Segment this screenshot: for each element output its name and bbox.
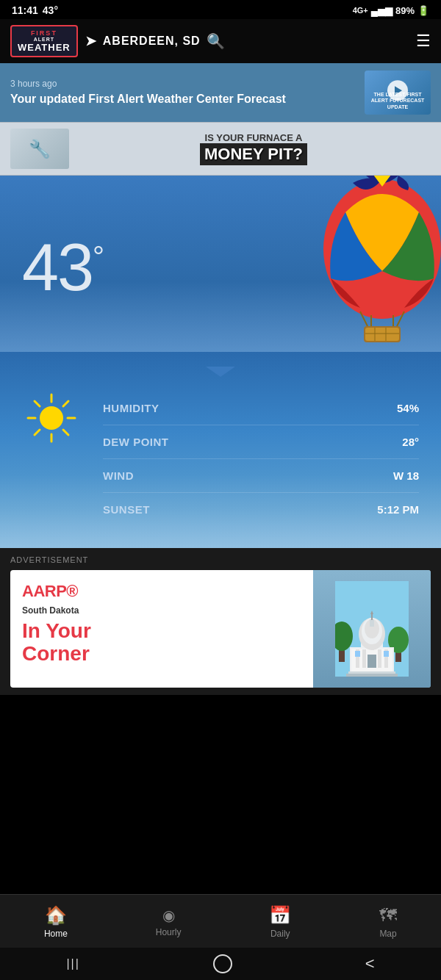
aarp-left-content: AARP® South Dakota In YourCorner xyxy=(10,570,313,688)
status-left: 11:41 43° xyxy=(12,4,58,16)
app-header: FIRST ALERT WEATHER ➤ ABERDEEN, SD 🔍 ☰ xyxy=(0,19,441,63)
network-icon: 4G+ xyxy=(353,6,368,15)
humidity-value: 54% xyxy=(397,402,419,414)
logo-first-text: FIRST xyxy=(31,29,57,37)
app-logo: FIRST ALERT WEATHER xyxy=(10,25,78,57)
news-banner[interactable]: 3 hours ago Your updated First Alert Wea… xyxy=(0,63,441,122)
ad-main-text: MONEY PIT? xyxy=(200,143,307,165)
map-icon: 🗺 xyxy=(379,905,397,926)
nav-item-daily[interactable]: 📅 Daily xyxy=(254,902,306,942)
advertisement-section: ADVERTISEMENT AARP® South Dakota In Your… xyxy=(0,548,441,695)
svg-rect-28 xyxy=(378,649,381,668)
weather-details-section: HUMIDITY 54% DEW POINT 28° WIND W 18 SUN… xyxy=(0,352,441,548)
battery-icon: 89% xyxy=(395,5,415,16)
aarp-capitol-image xyxy=(313,570,431,688)
menu-icon[interactable]: ☰ xyxy=(416,32,431,51)
svg-line-14 xyxy=(35,401,40,406)
home-icon: 🏠 xyxy=(45,905,67,926)
dewpoint-label: DEW POINT xyxy=(103,436,169,448)
nav-item-hourly[interactable]: ◉ Hourly xyxy=(141,904,196,940)
thumbnail-label: THE LATEST FIRST ALERT FUTURECAST UPDATE xyxy=(366,90,429,112)
bottom-navigation: 🏠 Home ◉ Hourly 📅 Daily 🗺 Map xyxy=(0,894,441,948)
dewpoint-row: DEW POINT 28° xyxy=(103,425,419,459)
svg-line-16 xyxy=(63,401,68,406)
home-label: Home xyxy=(44,929,68,939)
svg-line-15 xyxy=(63,430,68,435)
back-button[interactable]: < xyxy=(365,954,375,973)
location-arrow-icon: ➤ xyxy=(85,33,97,49)
humidity-row: HUMIDITY 54% xyxy=(103,392,419,425)
battery-indicator: 🔋 xyxy=(417,5,429,16)
aarp-subtitle: South Dakota xyxy=(22,605,301,616)
location-display[interactable]: ➤ ABERDEEN, SD 🔍 xyxy=(85,32,409,50)
hourly-icon: ◉ xyxy=(162,907,175,924)
furnace-ad-banner[interactable]: 🔧 Is your furnace a MONEY PIT? xyxy=(0,122,441,176)
ad-text: Is your furnace a MONEY PIT? xyxy=(76,132,431,165)
sun-icon xyxy=(22,389,81,447)
svg-rect-27 xyxy=(362,649,366,668)
logo-alert-text: ALERT xyxy=(34,37,54,42)
nav-item-map[interactable]: 🗺 Map xyxy=(365,902,412,942)
time-display: 11:41 xyxy=(12,4,38,16)
location-text: ABERDEEN, SD xyxy=(103,35,201,48)
svg-rect-41 xyxy=(384,651,389,657)
daily-icon: 📅 xyxy=(269,905,291,926)
svg-line-17 xyxy=(35,430,40,435)
home-button[interactable] xyxy=(213,954,232,973)
svg-rect-38 xyxy=(371,613,373,620)
clouds-background xyxy=(0,475,441,548)
svg-rect-6 xyxy=(365,328,399,341)
logo-weather-text: WEATHER xyxy=(18,42,71,53)
news-time: 3 hours ago xyxy=(10,79,356,89)
aarp-ad-banner[interactable]: AARP® South Dakota In YourCorner xyxy=(10,570,431,688)
aarp-logo: AARP® xyxy=(22,582,301,601)
aarp-right-image xyxy=(313,570,431,688)
daily-label: Daily xyxy=(270,929,290,939)
aarp-headline: In YourCorner xyxy=(22,620,301,666)
temp-degree: ° xyxy=(93,242,103,271)
humidity-label: HUMIDITY xyxy=(103,402,159,414)
status-bar: 11:41 43° 4G+ ▄▅▆ 89% 🔋 xyxy=(0,0,441,19)
android-system-bar: ||| < xyxy=(0,948,441,980)
ad-question-text: Is your furnace a xyxy=(76,132,431,143)
svg-rect-37 xyxy=(370,619,374,627)
map-label: Map xyxy=(379,929,396,939)
news-headline: Your updated First Alert Weather Center … xyxy=(10,92,356,107)
news-text: 3 hours ago Your updated First Alert Wea… xyxy=(10,79,356,107)
temperature-display: 43° xyxy=(43,4,58,16)
weather-main-section: 43° SUNNY FEELS LIKE 35° updated now xyxy=(0,176,441,352)
hot-air-balloon-image xyxy=(287,176,441,345)
hourly-label: Hourly xyxy=(156,927,182,937)
svg-point-18 xyxy=(40,406,63,430)
svg-rect-40 xyxy=(355,651,360,657)
ad-image: 🔧 xyxy=(10,129,69,169)
news-thumbnail[interactable]: THE LATEST FIRST ALERT FUTURECAST UPDATE xyxy=(365,71,431,115)
signal-icon: ▄▅▆ xyxy=(371,5,392,16)
svg-rect-32 xyxy=(346,674,398,677)
svg-rect-30 xyxy=(368,655,376,668)
advertisement-label: ADVERTISEMENT xyxy=(10,555,431,564)
temp-number: 43 xyxy=(22,231,93,304)
temperature-value: 43° xyxy=(22,231,103,304)
chevron-icon xyxy=(206,367,235,377)
status-right: 4G+ ▄▅▆ 89% 🔋 xyxy=(353,5,429,16)
nav-item-home[interactable]: 🏠 Home xyxy=(29,902,82,942)
dewpoint-value: 28° xyxy=(402,436,419,448)
recent-apps-button[interactable]: ||| xyxy=(66,957,79,970)
search-icon[interactable]: 🔍 xyxy=(207,32,226,50)
